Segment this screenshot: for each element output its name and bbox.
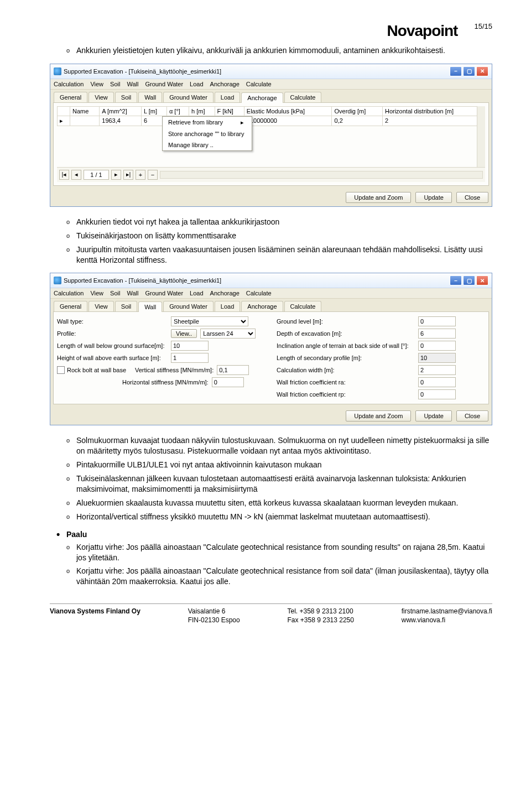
tab-load[interactable]: Load bbox=[215, 301, 240, 311]
footer-tel: Tel. +358 9 2313 2100 bbox=[288, 607, 353, 615]
ctx-store[interactable]: Store anchorage "" to library bbox=[163, 128, 252, 139]
menu-item[interactable]: Calculation bbox=[54, 290, 84, 296]
ground-level-input[interactable] bbox=[418, 316, 456, 326]
add-row-icon[interactable]: + bbox=[136, 170, 145, 180]
tab-anchorage[interactable]: Anchorage bbox=[241, 92, 283, 103]
pager-input[interactable] bbox=[84, 170, 109, 180]
maximize-button[interactable]: ▢ bbox=[463, 275, 475, 285]
wall-type-select[interactable]: Sheetpile bbox=[171, 316, 248, 326]
close-button[interactable]: ✕ bbox=[476, 66, 488, 76]
vertical-scrollbar[interactable] bbox=[477, 106, 485, 167]
view-profile-button[interactable]: View.. bbox=[171, 329, 197, 338]
remove-row-icon[interactable]: − bbox=[148, 170, 158, 180]
cell[interactable]: 1963,4 bbox=[100, 116, 142, 126]
tab-calculate[interactable]: Calculate bbox=[284, 92, 322, 102]
tab-ground-water[interactable]: Ground Water bbox=[163, 92, 214, 102]
tab-view[interactable]: View bbox=[88, 92, 114, 102]
rock-bolt-checkbox[interactable] bbox=[57, 366, 65, 374]
menu-item[interactable]: Ground Water bbox=[145, 81, 183, 87]
menu-item[interactable]: View bbox=[90, 81, 103, 87]
col-header[interactable]: α [°] bbox=[166, 106, 189, 116]
ctx-retrieve[interactable]: Retrieve from library▸ bbox=[163, 117, 252, 128]
depth-excavation-input[interactable] bbox=[418, 329, 456, 339]
nav-first-icon[interactable]: |◂ bbox=[59, 170, 69, 180]
tab-ground-water[interactable]: Ground Water bbox=[163, 301, 214, 311]
update-button[interactable]: Update bbox=[415, 410, 451, 421]
tab-calculate[interactable]: Calculate bbox=[284, 301, 322, 311]
close-dialog-button[interactable]: Close bbox=[456, 192, 488, 203]
col-header[interactable]: Overdig [m] bbox=[332, 106, 383, 116]
anchorage-table[interactable]: Name A [mm^2] L [m] α [°] h [m] F [kN] E… bbox=[57, 106, 485, 126]
menu-item[interactable]: Load bbox=[190, 81, 203, 87]
rock-bolt-label: Rock bolt at wall base bbox=[67, 367, 126, 373]
hstiff-input[interactable] bbox=[212, 377, 244, 387]
length-below-input[interactable] bbox=[171, 341, 209, 351]
context-menu[interactable]: Retrieve from library▸ Store anchorage "… bbox=[162, 116, 252, 151]
menu-item[interactable]: Anchorage bbox=[210, 81, 240, 87]
menu-item[interactable]: Wall bbox=[127, 290, 138, 296]
footer-address1: Vaisalantie 6 bbox=[188, 607, 226, 615]
col-header[interactable]: A [mm^2] bbox=[100, 106, 142, 116]
friction-rp-input[interactable] bbox=[418, 389, 456, 399]
tab-general[interactable]: General bbox=[54, 92, 87, 102]
wall-type-label: Wall type: bbox=[57, 318, 168, 325]
list-item: Horizontal/vertical stiffness yksikkö mu… bbox=[66, 512, 492, 522]
menu-bar[interactable]: Calculation View Soil Wall Ground Water … bbox=[50, 79, 492, 90]
nav-next-icon[interactable]: ▸ bbox=[111, 170, 121, 180]
inclination-input[interactable] bbox=[418, 341, 456, 351]
calc-width-input[interactable] bbox=[418, 365, 456, 375]
close-dialog-button[interactable]: Close bbox=[456, 410, 488, 421]
menu-item[interactable]: Ground Water bbox=[145, 290, 183, 296]
menu-item[interactable]: Soil bbox=[110, 81, 120, 87]
height-above-input[interactable] bbox=[171, 353, 209, 363]
update-zoom-button[interactable]: Update and Zoom bbox=[346, 192, 411, 203]
col-header[interactable]: F [kN] bbox=[215, 106, 244, 116]
tab-wall[interactable]: Wall bbox=[138, 92, 162, 102]
menu-item[interactable]: Calculate bbox=[246, 290, 272, 296]
menu-item[interactable]: View bbox=[90, 290, 103, 296]
friction-ra-input[interactable] bbox=[418, 377, 456, 387]
tab-load[interactable]: Load bbox=[215, 92, 240, 102]
menu-item[interactable]: Calculate bbox=[246, 81, 272, 87]
col-header[interactable]: Horizontal distribution [m] bbox=[382, 106, 485, 116]
cell[interactable]: 2 bbox=[382, 116, 485, 126]
app-window-wall: Supported Excavation - [Tukiseinä_käyttö… bbox=[50, 273, 492, 425]
footer-address2: FIN-02130 Espoo bbox=[188, 616, 240, 624]
minimize-button[interactable]: – bbox=[450, 66, 462, 76]
menu-item[interactable]: Wall bbox=[127, 81, 138, 87]
menu-item[interactable]: Anchorage bbox=[210, 290, 240, 296]
update-zoom-button[interactable]: Update and Zoom bbox=[346, 410, 411, 421]
footer-company: Vianova Systems Finland Oy bbox=[50, 607, 140, 615]
menu-item[interactable]: Load bbox=[190, 290, 203, 296]
tab-soil[interactable]: Soil bbox=[115, 301, 137, 311]
vstiff-input[interactable] bbox=[217, 365, 249, 375]
cell[interactable]: 210000000 bbox=[244, 116, 332, 126]
horizontal-scrollbar[interactable] bbox=[160, 171, 483, 179]
col-header[interactable]: L [m] bbox=[142, 106, 167, 116]
cell[interactable]: 0,2 bbox=[332, 116, 383, 126]
tab-soil[interactable]: Soil bbox=[115, 92, 137, 102]
tab-anchorage[interactable]: Anchorage bbox=[241, 301, 283, 311]
update-button[interactable]: Update bbox=[415, 192, 451, 203]
menu-item[interactable]: Soil bbox=[110, 290, 120, 296]
menu-bar[interactable]: Calculation View Soil Wall Ground Water … bbox=[50, 288, 492, 299]
col-header[interactable]: Elastic Modulus [kPa] bbox=[244, 106, 332, 116]
col-header[interactable]: Name bbox=[70, 106, 100, 116]
footer-web: www.vianova.fi bbox=[402, 616, 445, 624]
menu-item[interactable]: Calculation bbox=[54, 81, 84, 87]
tab-view[interactable]: View bbox=[88, 301, 114, 311]
nav-last-icon[interactable]: ▸| bbox=[123, 170, 133, 180]
table-row[interactable]: ▸ 1963,4 6 210000000 0,2 2 bbox=[58, 116, 485, 126]
cell[interactable] bbox=[70, 116, 100, 126]
nav-prev-icon[interactable]: ◂ bbox=[71, 170, 81, 180]
friction-ra-label: Wall friction coefficient ra: bbox=[277, 379, 415, 386]
tab-general[interactable]: General bbox=[54, 301, 87, 311]
tab-wall[interactable]: Wall bbox=[138, 301, 162, 312]
ctx-manage[interactable]: Manage library .. bbox=[163, 139, 252, 150]
maximize-button[interactable]: ▢ bbox=[463, 66, 475, 76]
profile-select[interactable]: Larssen 24 bbox=[200, 329, 256, 339]
col-header[interactable]: h [m] bbox=[189, 106, 215, 116]
minimize-button[interactable]: – bbox=[450, 275, 462, 285]
brand-logo: Novapoint bbox=[387, 22, 458, 40]
close-button[interactable]: ✕ bbox=[476, 275, 488, 285]
